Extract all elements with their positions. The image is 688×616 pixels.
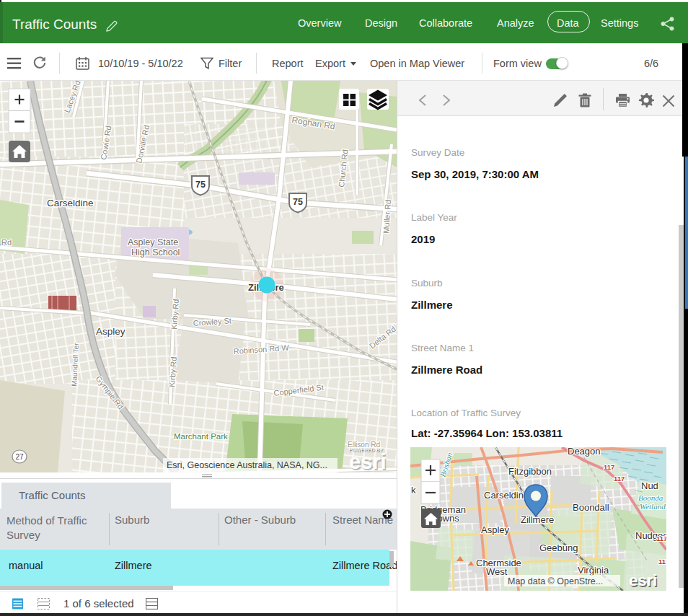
svg-text:esri: esri (629, 571, 657, 589)
svg-text:Aspley: Aspley (481, 524, 510, 535)
svg-text:Rd: Rd (1, 238, 12, 247)
svg-text:27: 27 (15, 453, 24, 461)
svg-text:Marchant Park: Marchant Park (174, 432, 228, 441)
svg-text:117: 117 (658, 558, 666, 566)
svg-text:Wetland: Wetland (640, 502, 666, 511)
svg-text:Map data © OpenStre...: Map data © OpenStre... (508, 576, 603, 586)
svg-text:Zillmere: Zillmere (521, 514, 554, 525)
svg-text:Carseldine: Carseldine (47, 198, 94, 208)
svg-text:Aspley: Aspley (96, 326, 125, 337)
svg-text:Virginia: Virginia (578, 565, 609, 576)
svg-text:esri: esri (349, 450, 387, 472)
svg-text:Fitzgibbon: Fitzgibbon (508, 466, 552, 477)
svg-text:117: 117 (656, 534, 666, 542)
svg-text:Boondall: Boondall (573, 502, 609, 513)
svg-text:Deagon: Deagon (568, 447, 601, 457)
svg-text:k: k (411, 485, 416, 496)
svg-text:Carseldine: Carseldine (484, 490, 529, 501)
svg-text:75: 75 (195, 180, 206, 190)
svg-text:117: 117 (604, 463, 614, 471)
svg-text:Nud: Nud (641, 480, 658, 491)
svg-text:Boonda: Boonda (638, 493, 663, 502)
svg-text:Aspley State: Aspley State (128, 237, 178, 247)
svg-text:75: 75 (293, 197, 303, 207)
svg-text:117: 117 (614, 475, 625, 483)
svg-text:Geebung: Geebung (539, 542, 578, 553)
svg-text:High School: High School (131, 247, 180, 258)
svg-text:Esri, Geoscience Australia, NA: Esri, Geoscience Australia, NASA, NG... (167, 460, 327, 470)
